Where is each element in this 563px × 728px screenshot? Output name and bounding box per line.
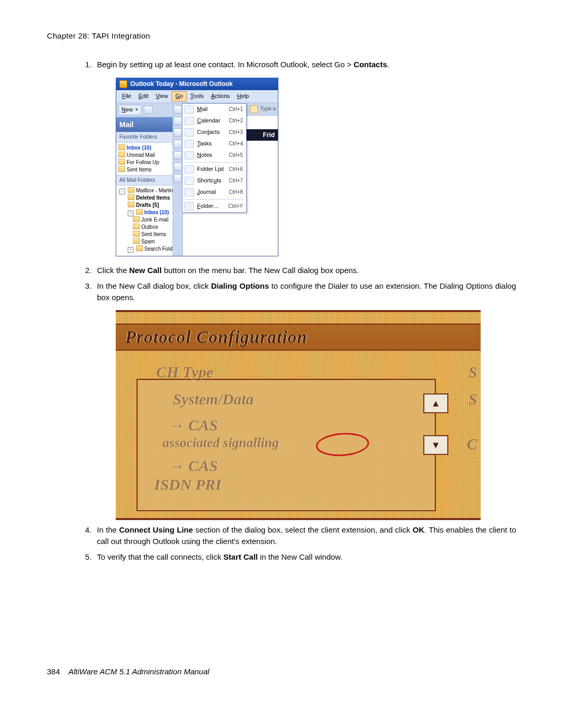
step-4-bold2: OK <box>413 525 425 534</box>
step-4-mid: section of the dialog box, select the cl… <box>193 525 413 534</box>
menu-item-label: Journal <box>197 188 229 196</box>
print-icon[interactable] <box>144 106 153 114</box>
folder-icon <box>133 224 140 229</box>
protocol-title-band: Protocol Configuration <box>116 324 481 351</box>
shortcuts-icon[interactable] <box>174 163 182 171</box>
dropdown-icon: ▼ <box>134 107 139 113</box>
page-footer: 384 AltiWare ACM 5.1 Administration Manu… <box>47 667 210 676</box>
menu-item-label: Shortcuts <box>197 177 229 185</box>
tree-outbox[interactable]: Outbox <box>118 224 173 231</box>
menu-help[interactable]: Help <box>234 91 253 102</box>
go-menu-shortcuts[interactable]: Shortcuts Ctrl+7 <box>182 175 246 187</box>
tree-mailbox[interactable]: - Mailbox - Martin <box>118 187 173 194</box>
expander-icon[interactable]: + <box>128 211 133 216</box>
tree-label: Search Folders <box>144 246 173 252</box>
steps-list: Begin by setting up at least one contact… <box>94 59 516 563</box>
step-5-post: in the New Call window. <box>258 552 342 561</box>
tree-label: Mailbox - Martin <box>136 188 173 193</box>
menu-actions[interactable]: Actions <box>207 91 234 102</box>
tree-search-folders[interactable]: + Search Folders <box>118 245 173 253</box>
outlook-nav-pane: New ▼ Mail Favorite Folders Inbox (10) <box>116 103 173 256</box>
menu-file[interactable]: File <box>118 91 135 102</box>
step-2: Click the New Call button on the menu ba… <box>94 265 516 276</box>
menu-separator <box>185 162 244 163</box>
tree-deleted[interactable]: Deleted Items <box>118 194 173 202</box>
folder-icon <box>133 216 140 222</box>
menu-item-label: Mail <box>197 105 229 114</box>
folder-icon <box>118 152 125 157</box>
folderlist-icon <box>185 165 194 174</box>
scroll-down-button[interactable]: ▼ <box>423 435 448 455</box>
tree-inbox[interactable]: + Inbox (10) <box>118 209 173 216</box>
menu-separator <box>185 199 244 200</box>
outlook-titlebar: Outlook Today - Microsoft Outlook <box>116 78 278 90</box>
fav-unread[interactable]: Unread Mail <box>118 152 173 159</box>
step-1-post: . <box>387 60 389 69</box>
go-menu: Mail Ctrl+1 Calendar Ctrl+2 Contacts Ctr… <box>182 103 247 213</box>
menu-item-label: Calendar <box>197 117 229 125</box>
ghost-text: S <box>469 390 478 408</box>
tree-drafts[interactable]: Drafts [5] <box>118 202 173 209</box>
ghost-text: associated signalling <box>163 435 279 451</box>
menu-view[interactable]: View <box>152 91 172 102</box>
new-button[interactable]: New ▼ <box>118 105 142 115</box>
corrupted-screenshot: Protocol Configuration CH Type System/Da… <box>116 310 481 520</box>
folder-icon <box>128 202 134 207</box>
tree-sent[interactable]: Sent Items <box>118 231 173 238</box>
scroll-up-button[interactable]: ▲ <box>423 393 448 413</box>
ghost-text: → CAS <box>169 416 218 434</box>
menu-item-label: Contacts <box>197 128 229 137</box>
step-4-bold1: Connect Using Line <box>119 525 193 534</box>
fav-item-label: Inbox <box>127 145 141 151</box>
go-menu-notes[interactable]: Notes Ctrl+5 <box>182 150 246 161</box>
go-menu-contacts[interactable]: Contacts Ctrl+3 <box>182 127 246 138</box>
mail-icon[interactable] <box>174 105 182 114</box>
menu-go[interactable]: Go <box>172 91 187 102</box>
notes-icon <box>185 151 194 159</box>
nav-section-mail: Mail <box>116 117 173 132</box>
tasks-icon[interactable] <box>174 140 182 148</box>
step-4: In the Connect Using Line section of the… <box>94 524 516 547</box>
expander-icon[interactable]: - <box>119 189 125 194</box>
go-menu-tasks[interactable]: Tasks Ctrl+4 <box>182 138 246 150</box>
step-3-pre: In the New Call dialog box, click <box>97 281 211 290</box>
favorite-folders-header: Favorite Folders <box>116 132 173 143</box>
footer-title: AltiWare ACM 5.1 Administration Manual <box>68 667 209 676</box>
fav-inbox[interactable]: Inbox (10) <box>118 144 173 152</box>
calendar-icon[interactable] <box>174 117 182 125</box>
tree-junk[interactable]: Junk E-mail <box>118 216 173 224</box>
step-2-bold: New Call <box>129 266 162 275</box>
search-icon[interactable] <box>250 105 258 113</box>
go-menu-folderlist[interactable]: Folder List Ctrl+6 <box>182 164 246 175</box>
search-placeholder[interactable]: Type a <box>260 105 276 113</box>
ghost-text: → CAS <box>169 457 218 475</box>
go-menu-mail[interactable]: Mail Ctrl+1 <box>182 104 246 115</box>
expander-icon[interactable]: + <box>128 247 133 253</box>
journal-icon[interactable] <box>174 174 182 182</box>
folder-icon <box>128 187 134 193</box>
tree-label: Inbox <box>144 209 158 215</box>
folder-icon <box>133 238 140 244</box>
go-menu-folder[interactable]: Folder… Ctrl+Y <box>182 201 246 212</box>
step-4-pre: In the <box>97 525 119 534</box>
menu-edit[interactable]: Edit <box>135 91 152 102</box>
contacts-icon[interactable] <box>174 128 182 137</box>
fav-item-label: Sent Items <box>127 167 152 172</box>
tree-label: Drafts [5] <box>136 202 159 208</box>
go-menu-journal[interactable]: Journal Ctrl+8 <box>182 187 246 198</box>
journal-icon <box>185 188 194 196</box>
menu-item-shortcut: Ctrl+1 <box>229 106 243 114</box>
fav-sent[interactable]: Sent Items <box>118 166 173 174</box>
menu-item-shortcut: Ctrl+4 <box>229 140 243 148</box>
notes-icon[interactable] <box>174 151 182 159</box>
menu-tools[interactable]: Tools <box>187 91 207 102</box>
go-menu-calendar[interactable]: Calendar Ctrl+2 <box>182 115 246 127</box>
folder-icon <box>185 202 194 211</box>
menu-item-label: Tasks <box>197 140 229 148</box>
ghost-text: System/Data <box>173 390 254 408</box>
fav-followup[interactable]: For Follow Up <box>118 159 173 166</box>
menu-item-shortcut: Ctrl+3 <box>229 129 243 137</box>
menu-item-shortcut: Ctrl+6 <box>229 166 243 174</box>
tree-spam[interactable]: Spam <box>118 238 173 245</box>
outlook-title: Outlook Today - Microsoft Outlook <box>130 80 232 89</box>
